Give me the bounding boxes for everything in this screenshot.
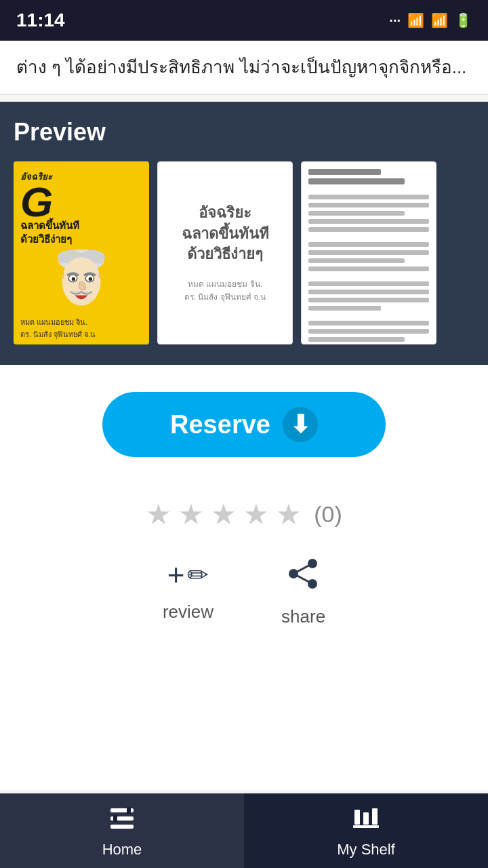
pencil-icon: ✏ bbox=[187, 560, 209, 590]
text-line bbox=[308, 250, 429, 255]
text-line bbox=[308, 227, 429, 232]
svg-rect-17 bbox=[363, 812, 369, 825]
signal-bars-icon: 📶 bbox=[407, 12, 424, 28]
my-shelf-label: My Shelf bbox=[337, 841, 395, 859]
text-line bbox=[308, 219, 429, 224]
star-1[interactable]: ★ bbox=[146, 498, 171, 531]
svg-rect-14 bbox=[127, 807, 131, 814]
text-line bbox=[308, 203, 429, 208]
status-icons: ··· 📶 📶 🔋 bbox=[389, 12, 472, 28]
text-line bbox=[308, 242, 429, 247]
review-icon-container: + ✏ bbox=[167, 558, 209, 592]
wifi-icon: 📶 bbox=[431, 12, 448, 28]
book-cover-image[interactable]: อัจฉริยะ G ฉลาดขึ้นทันทีด้วยวิธีง่ายๆ bbox=[14, 161, 149, 344]
svg-point-5 bbox=[89, 277, 92, 281]
text-line bbox=[308, 281, 429, 286]
star-4[interactable]: ★ bbox=[243, 498, 269, 531]
preview-title: Preview bbox=[14, 118, 474, 146]
actions-section: + ✏ review share bbox=[0, 545, 488, 654]
book-subtitle: ฉลาดขึ้นทันทีด้วยวิธีง่ายๆ bbox=[20, 219, 79, 245]
preview-section: Preview อัจฉริยะ G ฉลาดขึ้นทันทีด้วยวิธี… bbox=[0, 102, 488, 365]
nav-home[interactable]: Home bbox=[0, 793, 244, 868]
title-page-author: หมด แผนมอยชม จิน.ดร. นิมสัง จุฬินทยศ์ จ.… bbox=[184, 277, 266, 303]
share-action[interactable]: share bbox=[281, 558, 325, 627]
book-genius-big: G bbox=[20, 181, 53, 223]
star-3[interactable]: ★ bbox=[211, 498, 237, 531]
preview-images: อัจฉริยะ G ฉลาดขึ้นทันทีด้วยวิธีง่ายๆ bbox=[14, 161, 474, 344]
svg-rect-19 bbox=[353, 825, 379, 828]
shelf-icon bbox=[350, 803, 382, 837]
svg-rect-15 bbox=[113, 815, 117, 822]
book-author: หมด แผนมอยชม จิน. bbox=[20, 316, 87, 328]
svg-line-9 bbox=[293, 564, 312, 574]
text-line bbox=[308, 169, 381, 175]
star-5[interactable]: ★ bbox=[276, 498, 302, 531]
svg-point-4 bbox=[72, 277, 75, 281]
text-page-image[interactable] bbox=[301, 161, 436, 344]
svg-rect-18 bbox=[372, 808, 378, 825]
svg-rect-16 bbox=[354, 810, 360, 825]
signal-dots-icon: ··· bbox=[389, 13, 401, 28]
bottom-nav: Home My Shelf bbox=[0, 793, 488, 868]
text-line bbox=[308, 195, 429, 199]
status-bar: 11:14 ··· 📶 📶 🔋 bbox=[0, 0, 488, 41]
share-label: share bbox=[281, 606, 325, 627]
text-line bbox=[308, 258, 405, 263]
text-line bbox=[308, 329, 429, 334]
title-page-text: อัจฉริยะฉลาดขึ้นทันทีด้วยวิธีง่ายๆ bbox=[182, 203, 269, 265]
einstein-face-image bbox=[41, 248, 122, 315]
description-text: ต่าง ๆ ได้อย่างมีประสิทธิภาพ ไม่ว่าจะเป็… bbox=[16, 57, 466, 77]
rating-count: (0) bbox=[314, 501, 342, 528]
nav-my-shelf[interactable]: My Shelf bbox=[244, 793, 488, 868]
reserve-label: Reserve bbox=[170, 410, 270, 439]
text-line bbox=[308, 298, 429, 302]
svg-line-10 bbox=[293, 574, 312, 584]
reserve-section: Reserve ⬇ bbox=[0, 365, 488, 477]
book-author2: ดร. นิมสัง จุฬินทยศ์ จ.น bbox=[20, 328, 96, 340]
home-icon bbox=[106, 803, 138, 837]
text-line bbox=[308, 290, 429, 294]
download-icon: ⬇ bbox=[283, 407, 318, 442]
review-action[interactable]: + ✏ review bbox=[163, 558, 214, 627]
text-line bbox=[308, 178, 405, 184]
review-label: review bbox=[163, 601, 214, 623]
rating-section: ★ ★ ★ ★ ★ (0) bbox=[0, 477, 488, 545]
text-line bbox=[308, 267, 429, 271]
text-line bbox=[308, 211, 405, 216]
description-block: ต่าง ๆ ได้อย่างมีประสิทธิภาพ ไม่ว่าจะเป็… bbox=[0, 41, 488, 95]
text-line bbox=[308, 306, 381, 311]
battery-icon: 🔋 bbox=[455, 12, 472, 28]
time-display: 11:14 bbox=[16, 9, 65, 31]
svg-rect-13 bbox=[110, 825, 134, 829]
text-line bbox=[308, 321, 429, 326]
spacer bbox=[0, 654, 488, 709]
title-page-image[interactable]: อัจฉริยะฉลาดขึ้นทันทีด้วยวิธีง่ายๆ หมด แ… bbox=[157, 161, 293, 344]
reserve-button[interactable]: Reserve ⬇ bbox=[102, 392, 386, 457]
share-icon bbox=[287, 558, 321, 597]
text-line bbox=[308, 337, 405, 342]
home-label: Home bbox=[102, 841, 142, 859]
star-2[interactable]: ★ bbox=[178, 498, 204, 531]
plus-icon: + bbox=[167, 558, 185, 592]
